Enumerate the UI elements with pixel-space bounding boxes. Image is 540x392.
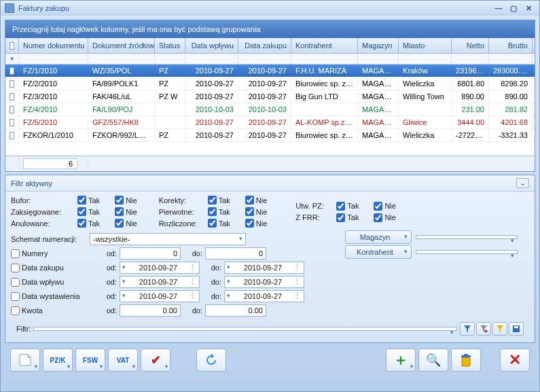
summary-row: 6	[5, 156, 535, 171]
toolbar: ▾ PZ/K▾ FSW▾ VAT▾ ✔▾ ＋▾ 🔍 ✕	[5, 346, 535, 374]
numery-do[interactable]: 0	[205, 247, 266, 260]
zaks-nie[interactable]: Nie	[115, 207, 137, 216]
minimize-button[interactable]: —	[492, 3, 505, 13]
tool-pzk[interactable]: PZ/K▾	[43, 349, 73, 372]
label-korekty: Korekty:	[159, 196, 202, 204]
filter-panel: Filtr aktywny ⌄ Bufor:TakNie Zaksięgowan…	[5, 175, 535, 343]
dataz-check[interactable]: Data zakupu	[11, 264, 86, 272]
filter-clear-icon[interactable]	[476, 322, 491, 336]
grid-rows: FZ/1/2010WZ/35/POLPZ2010-09-272010-09-27…	[5, 65, 535, 142]
label-anul: Anulowane:	[11, 219, 72, 228]
numery-check[interactable]: Numery	[11, 249, 86, 258]
collapse-icon[interactable]: ⌄	[516, 178, 529, 188]
label-zaks: Zaksięgowane:	[11, 208, 72, 216]
window-title: Faktury zakupu	[18, 4, 69, 12]
dataw-check[interactable]: Data wpływu	[11, 278, 86, 287]
magazyn-button[interactable]: Magazyn	[345, 230, 412, 244]
app-icon	[5, 3, 14, 13]
col-data-wplywu[interactable]: Data wpływu	[185, 38, 238, 53]
table-row[interactable]: FZ/3/2010FAK/46L/uLPZ W2010-09-272010-09…	[5, 90, 535, 103]
window: Faktury zakupu — ▢ ✕ Przeciągnij tutaj n…	[0, 0, 540, 392]
kwota-do[interactable]: 0.00	[205, 304, 266, 317]
tool-vat[interactable]: VAT▾	[108, 349, 138, 372]
label-rozliczone: Rozliczone:	[159, 219, 202, 228]
table-row[interactable]: FZ/1/2010WZ/35/POLPZ2010-09-272010-09-27…	[5, 65, 535, 77]
tool-search[interactable]: 🔍	[418, 349, 448, 372]
table-row[interactable]: FZ/5/2010GFZ/557/HK82010-09-272010-09-27…	[5, 116, 535, 129]
filter-save-icon[interactable]	[509, 322, 524, 336]
row-checkbox[interactable]	[10, 93, 14, 101]
bufor-tak[interactable]: Tak	[77, 196, 100, 204]
tool-refresh[interactable]	[196, 349, 226, 372]
utwpz-nie[interactable]: Nie	[374, 202, 396, 211]
filter-apply-icon[interactable]	[460, 322, 475, 336]
col-brutto[interactable]: Brutto	[489, 38, 533, 53]
filter-row[interactable]: ▾	[5, 54, 535, 65]
col-netto[interactable]: Netto	[452, 38, 489, 53]
zfrr-nie[interactable]: Nie	[374, 213, 396, 222]
table-row[interactable]: FZ/4/2010FA/L90/POJ2010-10-032010-10-03M…	[5, 103, 535, 116]
col-status[interactable]: Status	[155, 38, 185, 53]
tool-close[interactable]: ✕	[500, 349, 530, 372]
col-data-zakupu[interactable]: Data zakupu	[238, 38, 291, 53]
anul-nie[interactable]: Nie	[115, 219, 137, 228]
table-row[interactable]: FZKOR/1/2010FZKOR/992/LB/XPZ2010-09-2720…	[5, 129, 535, 142]
tool-delete[interactable]	[451, 349, 481, 372]
maximize-button[interactable]: ▢	[507, 3, 520, 13]
tool-new[interactable]: ▾	[10, 349, 40, 372]
pierwotne-nie[interactable]: Nie	[245, 207, 268, 216]
label-zfrr: Z FRR:	[295, 213, 331, 221]
column-headers: Numer dokumentu Dokument źródłowy Status…	[5, 38, 535, 54]
label-filtr: Filtr:	[16, 325, 31, 333]
col-magazyn[interactable]: Magazyn	[358, 38, 399, 53]
col-kontrahent[interactable]: Kontrahent	[291, 38, 358, 53]
anul-tak[interactable]: Tak	[77, 219, 100, 228]
select-all-checkbox[interactable]	[10, 42, 14, 50]
magazyn-combo[interactable]	[416, 235, 518, 239]
tool-check[interactable]: ✔▾	[141, 349, 170, 372]
dataws-do[interactable]: 2010-09-27	[224, 290, 304, 302]
schemat-combo[interactable]: -wszystkie-	[90, 233, 246, 245]
panel-title: Filtr aktywny	[11, 179, 52, 188]
label-bufor: Bufor:	[11, 196, 72, 204]
dataz-do[interactable]: 2010-09-27	[224, 262, 304, 274]
tool-add[interactable]: ＋▾	[386, 349, 416, 372]
row-checkbox[interactable]	[10, 106, 14, 113]
filtr-combo[interactable]	[33, 327, 457, 331]
label-utwpz: Utw. PZ:	[295, 202, 331, 210]
row-checkbox[interactable]	[10, 132, 14, 139]
kontrahent-combo[interactable]	[416, 250, 518, 254]
dataws-od[interactable]: 2010-09-27	[120, 290, 200, 302]
rozliczone-tak[interactable]: Tak	[208, 219, 230, 228]
table-row[interactable]: FZ/2/2010FA/89/POLK1PZ2010-09-272010-09-…	[5, 77, 535, 90]
group-by-bar[interactable]: Przeciągnij tutaj nagłówek kolumny, jeśl…	[5, 20, 535, 38]
kwota-od[interactable]: 0.00	[120, 304, 181, 317]
dataw-do[interactable]: 2010-09-27	[224, 276, 304, 288]
row-checkbox[interactable]	[10, 80, 14, 88]
utwpz-tak[interactable]: Tak	[336, 202, 359, 211]
label-pierwotne: Pierwotne:	[159, 208, 202, 216]
rozliczone-nie[interactable]: Nie	[245, 219, 268, 228]
dataws-check[interactable]: Data wystawienia	[11, 292, 86, 301]
svg-rect-4	[464, 354, 468, 356]
dataz-od[interactable]: 2010-09-27	[120, 262, 200, 274]
bufor-nie[interactable]: Nie	[115, 196, 137, 204]
col-numer[interactable]: Numer dokumentu	[19, 38, 88, 53]
zaks-tak[interactable]: Tak	[77, 207, 100, 216]
tool-fsw[interactable]: FSW▾	[75, 349, 105, 372]
kwota-check[interactable]: Kwota	[11, 306, 86, 315]
kontrahent-button[interactable]: Kontrahent	[345, 245, 412, 259]
col-dokument[interactable]: Dokument źródłowy	[88, 38, 155, 53]
korekty-tak[interactable]: Tak	[208, 196, 230, 204]
numery-od[interactable]: 0	[120, 247, 181, 260]
zfrr-tak[interactable]: Tak	[336, 213, 359, 222]
dataw-od[interactable]: 2010-09-27	[120, 276, 200, 288]
pierwotne-tak[interactable]: Tak	[208, 207, 230, 216]
row-checkbox[interactable]	[10, 67, 14, 75]
grid: Przeciągnij tutaj nagłówek kolumny, jeśl…	[5, 20, 535, 172]
close-button[interactable]: ✕	[522, 3, 535, 13]
col-miasto[interactable]: Miasto	[399, 38, 452, 53]
korekty-nie[interactable]: Nie	[245, 196, 268, 204]
row-checkbox[interactable]	[10, 119, 14, 126]
filter-edit-icon[interactable]	[492, 322, 507, 336]
